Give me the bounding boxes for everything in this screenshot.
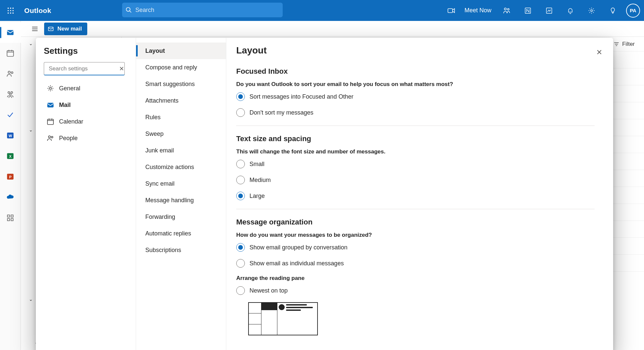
category-mail[interactable]: Mail	[44, 97, 131, 113]
svg-point-2	[12, 7, 14, 9]
rail-groups-icon[interactable]	[0, 84, 21, 105]
nav-customize-actions[interactable]: Customize actions	[136, 159, 226, 175]
section-heading-msgorg: Message organization	[236, 218, 602, 226]
nav-label: Rules	[145, 114, 161, 121]
nav-sync-email[interactable]: Sync email	[136, 175, 226, 192]
radio-grouped[interactable]: Show email grouped by conversation	[236, 243, 602, 252]
radio-individual[interactable]: Show email as individual messages	[236, 259, 602, 268]
global-search-input[interactable]	[135, 7, 279, 14]
radio-dont-sort[interactable]: Don't sort my messages	[236, 108, 602, 117]
content-title: Layout	[236, 45, 603, 56]
command-bar: New mail	[21, 21, 644, 37]
category-general[interactable]: General	[44, 80, 131, 97]
rail-calendar-icon[interactable]	[0, 43, 21, 63]
avatar[interactable]: PA	[626, 4, 640, 18]
search-icon	[125, 7, 132, 13]
gear-icon[interactable]	[582, 0, 602, 21]
onenote-icon[interactable]	[518, 0, 538, 21]
nav-attachments[interactable]: Attachments	[136, 92, 226, 109]
svg-text:X: X	[9, 154, 12, 158]
section-desc-focused: Do you want Outlook to sort your email t…	[236, 81, 602, 88]
nav-automatic-replies[interactable]: Automatic replies	[136, 225, 226, 242]
hamburger-icon[interactable]	[28, 22, 42, 36]
radio-small[interactable]: Small	[236, 160, 602, 168]
rail-powerpoint-icon[interactable]: P	[0, 166, 21, 187]
category-label: Calendar	[59, 118, 83, 125]
nav-layout[interactable]: Layout	[136, 43, 226, 59]
svg-point-1	[10, 7, 11, 9]
radio-label: Show email as individual messages	[250, 260, 344, 267]
nav-label: Forwarding	[145, 214, 175, 220]
nav-label: Subscriptions	[145, 247, 181, 254]
settings-search-input[interactable]	[49, 65, 119, 72]
calendar-icon	[46, 118, 54, 126]
meet-now-label[interactable]: Meet Now	[465, 7, 491, 14]
nav-sweep[interactable]: Sweep	[136, 126, 226, 142]
nav-forwarding[interactable]: Forwarding	[136, 209, 226, 225]
nav-smart-suggestions[interactable]: Smart suggestions	[136, 76, 226, 92]
teams-icon[interactable]	[497, 0, 517, 21]
app-title: Outlook	[24, 7, 51, 15]
section-heading-focused: Focused Inbox	[236, 67, 602, 76]
mail-icon	[47, 25, 55, 33]
immersive-icon[interactable]	[539, 0, 559, 21]
lightbulb-icon[interactable]	[603, 0, 623, 21]
rail-more-apps-icon[interactable]	[0, 208, 21, 228]
nav-subscriptions[interactable]: Subscriptions	[136, 242, 226, 258]
radio-icon	[236, 243, 245, 252]
filter-label: Filter	[622, 41, 635, 47]
nav-message-handling[interactable]: Message handling	[136, 192, 226, 209]
filter-button[interactable]: Filter	[613, 41, 635, 47]
category-people[interactable]: People	[44, 130, 131, 146]
clear-icon[interactable]: ✕	[119, 65, 124, 72]
svg-point-0	[7, 7, 9, 9]
nav-label: Sync email	[145, 180, 175, 187]
settings-scroll-area[interactable]: Focused Inbox Do you want Outlook to sor…	[236, 64, 607, 350]
svg-point-7	[10, 12, 11, 14]
radio-sort-focused[interactable]: Sort messages into Focused and Other	[236, 92, 602, 101]
section-heading-textsize: Text size and spacing	[236, 134, 602, 143]
settings-search[interactable]: ✕	[44, 62, 125, 75]
svg-text:P: P	[9, 175, 11, 179]
radio-newest-top[interactable]: Newest on top	[236, 286, 602, 295]
meet-camera-icon[interactable]	[441, 0, 461, 21]
arrange-heading: Arrange the reading pane	[236, 275, 602, 282]
svg-rect-34	[11, 215, 13, 217]
new-mail-button[interactable]: New mail	[44, 23, 87, 35]
rail-mail-icon[interactable]	[0, 22, 21, 43]
rail-excel-icon[interactable]: X	[0, 146, 21, 166]
svg-point-13	[508, 8, 509, 10]
radio-medium[interactable]: Medium	[236, 176, 602, 184]
nav-compose-reply[interactable]: Compose and reply	[136, 59, 226, 76]
svg-point-54	[48, 136, 50, 138]
nav-label: Customize actions	[145, 164, 194, 171]
nav-junk-email[interactable]: Junk email	[136, 142, 226, 159]
rail-people-icon[interactable]	[0, 63, 21, 84]
nav-label: Layout	[145, 47, 165, 54]
nav-label: Smart suggestions	[145, 81, 195, 88]
svg-rect-11	[448, 9, 453, 13]
rail-onedrive-icon[interactable]	[0, 187, 21, 208]
svg-point-23	[11, 72, 13, 73]
radio-label: Medium	[250, 177, 271, 184]
header-actions: Meet Now PA	[441, 0, 640, 21]
category-calendar[interactable]: Calendar	[44, 113, 131, 130]
radio-large[interactable]: Large	[236, 192, 602, 200]
svg-point-26	[9, 94, 11, 95]
nav-label: Automatic replies	[145, 230, 191, 237]
svg-rect-50	[47, 119, 53, 125]
bell-icon[interactable]	[560, 0, 580, 21]
section-divider	[236, 126, 595, 126]
svg-point-5	[12, 10, 14, 11]
rail-word-icon[interactable]: W	[0, 125, 21, 146]
svg-rect-36	[11, 219, 13, 221]
rail-todo-icon[interactable]	[0, 105, 21, 125]
radio-icon	[236, 259, 245, 268]
section-divider	[236, 209, 595, 209]
global-search[interactable]	[122, 3, 283, 17]
nav-rules[interactable]: Rules	[136, 109, 226, 126]
waffle-icon[interactable]	[0, 0, 21, 21]
reading-pane-preview	[248, 302, 318, 335]
svg-point-55	[51, 136, 53, 138]
close-button[interactable]: ✕	[593, 46, 606, 59]
